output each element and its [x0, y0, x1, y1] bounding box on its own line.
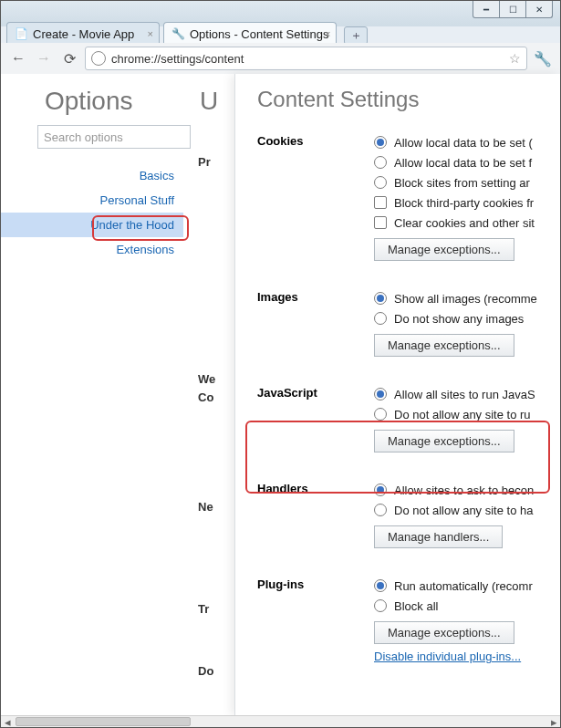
- page-title: Options: [45, 87, 133, 116]
- manage-exceptions-button[interactable]: Manage exceptions...: [374, 238, 514, 261]
- tab-title: Create - Movie App: [33, 27, 134, 41]
- manage-exceptions-button[interactable]: Manage exceptions...: [374, 334, 514, 357]
- window-minimize-button[interactable]: ━: [473, 1, 500, 18]
- manage-handlers-button[interactable]: Manage handlers...: [374, 525, 503, 548]
- option-hide-images[interactable]: Do not show any images: [374, 308, 560, 328]
- section-heading: Images: [257, 288, 374, 357]
- radio-icon: [374, 599, 387, 612]
- radio-icon: [374, 504, 387, 516]
- section-plugins: Plug-ins Run automatically (recomr Block…: [257, 576, 560, 663]
- highlight-under-the-hood: [92, 215, 189, 241]
- window-close-button[interactable]: ✕: [525, 1, 553, 18]
- reload-button[interactable]: ⟳: [59, 48, 79, 68]
- wrench-icon: 🔧: [171, 27, 184, 40]
- radio-icon: [374, 176, 387, 189]
- tab-title: Options - Content Settings: [190, 27, 328, 41]
- bg-section-labels: Pr: [198, 156, 211, 305]
- new-tab-button[interactable]: ＋: [344, 26, 368, 45]
- scroll-right-icon[interactable]: ▸: [547, 717, 560, 726]
- option-block-cookies[interactable]: Block sites from setting ar: [374, 172, 560, 192]
- scroll-left-icon[interactable]: ◂: [1, 717, 14, 726]
- close-icon[interactable]: ×: [325, 28, 330, 39]
- back-button[interactable]: ←: [8, 48, 28, 68]
- close-icon[interactable]: ×: [148, 28, 153, 39]
- manage-exceptions-button[interactable]: Manage exceptions...: [374, 621, 514, 644]
- radio-icon: [374, 312, 387, 325]
- option-clear-on-exit[interactable]: Clear cookies and other sit: [374, 213, 560, 233]
- option-run-plugins[interactable]: Run automatically (recomr: [374, 576, 560, 596]
- checkbox-icon: [374, 216, 387, 229]
- radio-icon: [374, 136, 387, 149]
- content-settings-overlay: Content Settings Cookies Allow local dat…: [234, 74, 560, 716]
- checkbox-icon: [374, 196, 387, 209]
- horizontal-scrollbar[interactable]: ◂ ▸: [1, 715, 560, 727]
- wrench-menu-button[interactable]: 🔧: [533, 48, 553, 68]
- option-block-plugins[interactable]: Block all: [374, 596, 560, 616]
- nav-extensions[interactable]: Extensions: [1, 237, 183, 262]
- section-heading: Plug-ins: [257, 576, 374, 663]
- settings-page: Options Search options Basics Personal S…: [1, 74, 560, 716]
- option-allow-local-data-session[interactable]: Allow local data to be set f: [374, 152, 560, 172]
- nav-basics[interactable]: Basics: [1, 163, 183, 188]
- option-block-third-party[interactable]: Block third-party cookies fr: [374, 192, 560, 213]
- highlight-javascript: [245, 421, 550, 494]
- option-show-images[interactable]: Show all images (recomme: [374, 288, 560, 308]
- section-cookies: Cookies Allow local data to be set ( All…: [257, 132, 560, 261]
- nav-personal-stuff[interactable]: Personal Stuff: [1, 188, 183, 213]
- tab-options-content-settings[interactable]: 🔧 Options - Content Settings ×: [163, 22, 337, 45]
- bg-title-partial: U: [200, 87, 218, 116]
- scrollbar-thumb[interactable]: [16, 717, 191, 726]
- section-images: Images Show all images (recomme Do not s…: [257, 288, 560, 357]
- radio-icon: [374, 579, 387, 592]
- globe-icon: [91, 51, 106, 66]
- tab-strip: 📄 Create - Movie App × 🔧 Options - Conte…: [6, 19, 555, 45]
- search-placeholder: Search options: [44, 130, 123, 144]
- address-bar[interactable]: chrome://settings/content ☆: [85, 47, 527, 70]
- search-input[interactable]: Search options: [37, 125, 191, 149]
- section-heading: Cookies: [257, 132, 374, 261]
- url-text: chrome://settings/content: [111, 52, 244, 66]
- side-nav: Basics Personal Stuff Under the Hood Ext…: [1, 163, 183, 262]
- page-icon: 📄: [15, 27, 27, 40]
- option-block-handlers[interactable]: Do not allow any site to ha: [374, 500, 560, 520]
- option-allow-local-data[interactable]: Allow local data to be set (: [374, 132, 560, 152]
- option-allow-js[interactable]: Allow all sites to run JavaS: [374, 384, 560, 404]
- radio-icon: [374, 292, 387, 305]
- toolbar: ← → ⟳ chrome://settings/content ☆ 🔧: [1, 43, 560, 75]
- star-icon[interactable]: ☆: [509, 51, 521, 66]
- radio-icon: [374, 388, 387, 400]
- radio-icon: [374, 408, 387, 421]
- disable-plugins-link[interactable]: Disable individual plug-ins...: [374, 650, 521, 663]
- radio-icon: [374, 156, 387, 169]
- overlay-title: Content Settings: [257, 87, 560, 112]
- forward-button[interactable]: →: [34, 48, 54, 68]
- tab-create-movie-app[interactable]: 📄 Create - Movie App ×: [6, 22, 160, 45]
- window-maximize-button[interactable]: ☐: [499, 1, 526, 18]
